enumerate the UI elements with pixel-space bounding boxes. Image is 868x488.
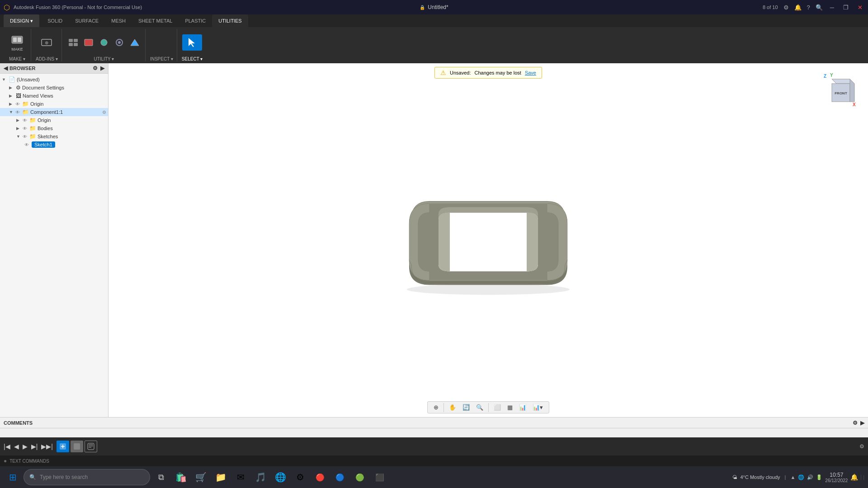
bodies-icon: 📁 xyxy=(29,125,36,131)
orbit-button[interactable]: 🔄 xyxy=(460,403,472,412)
volume-icon[interactable]: 🔊 xyxy=(807,474,813,480)
view-cube[interactable]: Z Y FRONT X xyxy=(823,72,859,108)
component1-eye[interactable]: 👁 xyxy=(15,110,20,115)
timeline-settings-icon[interactable]: ⚙ xyxy=(859,443,864,450)
view-cube-btn[interactable]: ⬜ xyxy=(491,403,503,412)
utility-btn-5[interactable] xyxy=(128,38,142,47)
settings-icon[interactable]: ⚙ xyxy=(783,4,789,11)
notification-icon[interactable]: 🔔 xyxy=(850,474,858,481)
timeline-item-1[interactable] xyxy=(57,441,69,452)
tree-item-comp-origin[interactable]: ▶ 👁 📁 Origin xyxy=(0,116,108,124)
tree-item-origin[interactable]: ▶ 👁 📁 Origin xyxy=(0,100,108,108)
utility-btn-2[interactable] xyxy=(82,38,95,47)
start-button[interactable]: ⊞ xyxy=(4,468,22,486)
utility-btn-3[interactable] xyxy=(97,38,111,47)
taskbar-app-shopping1[interactable]: 🛍️ xyxy=(172,468,190,486)
search-input[interactable] xyxy=(40,474,130,480)
timeline-prev-button[interactable]: ◀ xyxy=(14,443,19,450)
tree-item-component1[interactable]: ▼ 👁 📁 Component1:1 ⚙ xyxy=(0,108,108,116)
ribbon-group-add-ins: ⊕ ADD-INS ▾ xyxy=(32,29,62,61)
taskbar-app-chrome[interactable]: 🌐 xyxy=(271,468,289,486)
taskbar-app-media[interactable]: 🎵 xyxy=(251,468,269,486)
add-ins-group-label[interactable]: ADD-INS ▾ xyxy=(36,56,58,61)
browser-collapse-icon[interactable]: ◀ xyxy=(4,65,8,71)
comments-settings-icon[interactable]: ⚙ xyxy=(853,420,858,426)
display-settings-btn[interactable]: 📊 xyxy=(517,403,528,412)
origin-eye[interactable]: 👁 xyxy=(15,102,20,107)
tree-item-bodies[interactable]: ▶ 👁 📁 Bodies xyxy=(0,124,108,132)
select-group-label[interactable]: SELECT ▾ xyxy=(182,56,203,61)
network-icon[interactable]: 🌐 xyxy=(798,474,804,480)
tree-item-sketch1[interactable]: 👁 Sketch1 xyxy=(0,141,108,149)
taskbar-app-settings[interactable]: ⚙ xyxy=(291,468,309,486)
tree-item-unsaved[interactable]: ▼ 📄 (Unsaved) xyxy=(0,75,108,84)
tab-surface[interactable]: SURFACE xyxy=(69,14,105,27)
svg-marker-14 xyxy=(189,38,195,47)
taskbar-app-explorer[interactable]: 📁 xyxy=(212,468,230,486)
pan-button[interactable]: ✋ xyxy=(447,403,458,412)
timeline-start-button[interactable]: |◀ xyxy=(4,443,10,450)
sketches-eye[interactable]: 👁 xyxy=(23,134,27,139)
comp-origin-eye[interactable]: 👁 xyxy=(23,118,27,123)
timeline-items xyxy=(57,441,856,452)
show-desktop-btn[interactable]: | xyxy=(861,475,864,480)
browser-settings-icon[interactable]: ⚙ xyxy=(93,65,98,71)
browser-tree: ▼ 📄 (Unsaved) ▶ ⚙ Document Settings ▶ 🖼 … xyxy=(0,74,108,417)
utility-btn-4[interactable] xyxy=(113,38,126,47)
timeline-item-2[interactable] xyxy=(71,441,83,452)
taskbar-app-taskview[interactable]: ⧉ xyxy=(152,468,170,486)
view-home-button[interactable]: ⊕ xyxy=(431,403,441,412)
close-button[interactable]: ✕ xyxy=(856,4,864,11)
taskbar-app-red[interactable]: 🔴 xyxy=(311,468,329,486)
maximize-button[interactable]: ❐ xyxy=(841,4,850,11)
browser-expand-icon[interactable]: ▶ xyxy=(100,65,104,71)
sketch1-label[interactable]: Sketch1 xyxy=(32,141,55,148)
zoom-button[interactable]: 🔍 xyxy=(474,403,486,412)
ribbon-group-utility: UTILITY ▾ xyxy=(63,29,146,61)
tree-item-named-views[interactable]: ▶ 🖼 Named Views xyxy=(0,92,108,100)
tab-mesh[interactable]: MESH xyxy=(105,14,132,27)
sketch1-eye[interactable]: 👁 xyxy=(24,142,29,147)
make-group-label[interactable]: MAKE ▾ xyxy=(9,56,25,61)
save-button[interactable]: Save xyxy=(525,70,536,75)
taskbar-app-dark[interactable]: ⬛ xyxy=(371,468,389,486)
help-icon[interactable]: ? xyxy=(807,4,810,11)
search-icon[interactable]: 🔍 xyxy=(816,4,823,11)
timeline-play-button[interactable]: ▶ xyxy=(23,443,28,450)
inspect-group-label[interactable]: INSPECT ▾ xyxy=(150,56,173,61)
timeline-next-button[interactable]: ▶| xyxy=(31,443,38,450)
make-button[interactable]: MAKE xyxy=(7,32,27,53)
taskbar-app-blue[interactable]: 🔵 xyxy=(331,468,349,486)
taskbar-app-green[interactable]: 🟢 xyxy=(351,468,369,486)
bodies-eye[interactable]: 👁 xyxy=(23,126,27,131)
timeline-end-button[interactable]: ▶▶| xyxy=(41,443,53,450)
system-clock[interactable]: 10:57 26/12/2022 xyxy=(825,472,848,483)
design-dropdown[interactable]: DESIGN ▾ xyxy=(4,14,39,27)
browser-header-right: ⚙ ▶ xyxy=(93,65,104,71)
comments-expand-icon[interactable]: ▶ xyxy=(860,420,864,426)
tab-plastic[interactable]: PLASTIC xyxy=(179,14,212,27)
add-ins-button[interactable]: ⊕ xyxy=(37,34,57,51)
taskbar-app-shopping2[interactable]: 🛒 xyxy=(192,468,210,486)
more-display-btn[interactable]: 📊▾ xyxy=(530,403,545,412)
svg-rect-1 xyxy=(13,38,17,42)
timeline-item-3[interactable] xyxy=(85,441,97,452)
tab-solid[interactable]: SOLID xyxy=(41,14,69,27)
component1-settings-icon[interactable]: ⚙ xyxy=(102,110,106,115)
grid-btn[interactable]: ▦ xyxy=(505,403,515,412)
document-name: Untitled* xyxy=(428,4,448,10)
viewport[interactable]: ⚠ Unsaved: Changes may be lost Save xyxy=(108,63,868,417)
utility-btn-1[interactable] xyxy=(66,38,80,47)
select-button[interactable] xyxy=(182,34,202,51)
minimize-button[interactable]: ─ xyxy=(828,4,836,11)
tab-sheet-metal[interactable]: SHEET METAL xyxy=(132,14,179,27)
utility-group-label[interactable]: UTILITY ▾ xyxy=(94,56,114,61)
taskbar-search[interactable]: 🔍 xyxy=(24,469,150,485)
taskbar-app-mail[interactable]: ✉ xyxy=(231,468,250,486)
notifications-icon[interactable]: 🔔 xyxy=(794,4,802,11)
tab-utilities[interactable]: UTILITIES xyxy=(212,14,248,27)
tree-item-doc-settings[interactable]: ▶ ⚙ Document Settings xyxy=(0,84,108,92)
up-arrow-icon[interactable]: ▲ xyxy=(790,474,795,480)
weather-icon: 🌤 xyxy=(732,474,737,480)
tree-item-sketches[interactable]: ▼ 👁 📁 Sketches xyxy=(0,132,108,141)
